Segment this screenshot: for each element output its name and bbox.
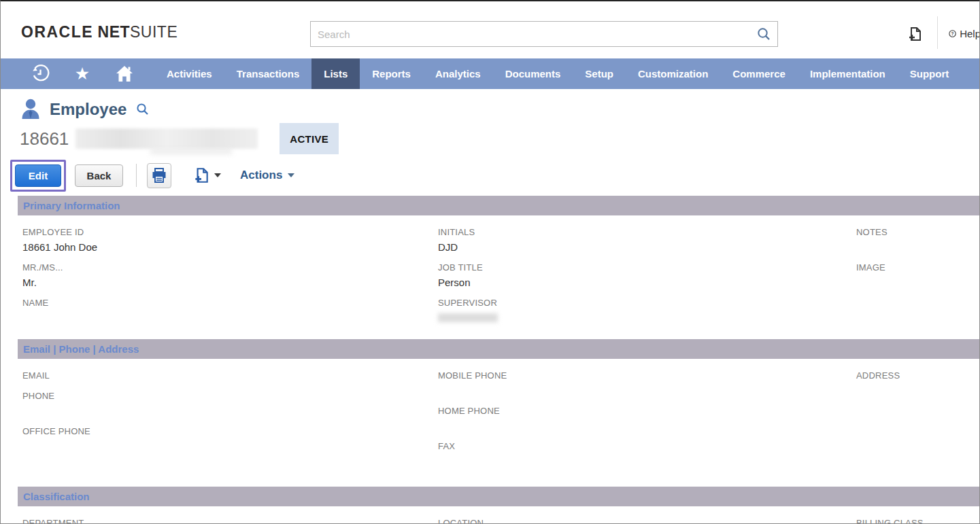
field-label: SUPERVISOR <box>438 298 856 308</box>
nav-item-lists[interactable]: Lists <box>311 58 360 89</box>
nav-item-documents[interactable]: Documents <box>493 58 573 89</box>
field-value: Person <box>438 277 856 289</box>
nav-item-commerce[interactable]: Commerce <box>720 58 798 89</box>
field-label: EMPLOYEE ID <box>22 227 438 237</box>
section-header-classification: Classification <box>18 487 979 506</box>
logo-net-text: NET <box>98 23 131 41</box>
record-id: 18661 <box>20 128 69 150</box>
field-value <box>22 312 438 324</box>
field-value: 18661 John Doe <box>22 241 438 254</box>
printer-icon <box>151 167 167 184</box>
field-label: JOB TITLE <box>438 262 856 273</box>
field-label: EMAIL <box>22 370 438 381</box>
search-icon <box>756 27 771 41</box>
history-clock-icon <box>31 65 50 83</box>
new-record-icon <box>907 26 923 42</box>
nav-item-implementation[interactable]: Implementation <box>798 58 898 89</box>
toolbar-divider <box>136 164 137 187</box>
svg-text:?: ? <box>951 31 954 36</box>
field-value: DJD <box>438 241 856 254</box>
chevron-down-icon <box>288 173 294 177</box>
field-location: LOCATION <box>438 518 856 524</box>
field-value <box>856 277 979 289</box>
nav-item-activities[interactable]: Activities <box>154 58 224 89</box>
status-badge: ACTIVE <box>280 123 339 154</box>
field-name: NAME <box>22 298 438 333</box>
field-initials: INITIALS DJD <box>438 227 856 262</box>
section-header-contact: Email | Phone | Address <box>18 339 979 359</box>
edit-button[interactable]: Edit <box>15 164 61 187</box>
field-notes: NOTES <box>856 227 979 262</box>
nav-item-customization[interactable]: Customization <box>626 58 720 89</box>
field-label: MOBILE PHONE <box>438 370 856 381</box>
create-new-record-button[interactable] <box>907 26 923 45</box>
contact-fields-grid: EMAIL PHONE OFFICE PHONE MOBILE PHONE HO… <box>18 359 979 476</box>
field-billing-class: BILLING CLASS <box>856 518 979 524</box>
star-icon: ★ <box>75 65 90 82</box>
nav-item-support[interactable]: Support <box>898 58 962 89</box>
nav-item-analytics[interactable]: Analytics <box>423 58 493 89</box>
classification-col-1: DEPARTMENT <box>22 518 438 524</box>
field-label: IMAGE <box>856 262 979 273</box>
nav-menu: Activities Transactions Lists Reports An… <box>154 58 961 89</box>
classification-col-3: BILLING CLASS <box>856 518 979 524</box>
nav-icon-group: ★ <box>1 58 134 89</box>
field-home-phone: HOME PHONE <box>438 406 856 441</box>
help-label: Help <box>960 28 980 39</box>
record-search-icon[interactable] <box>136 103 149 116</box>
primary-col-1: EMPLOYEE ID 18661 John Doe MR./MS... Mr.… <box>22 227 438 333</box>
main-navigation: ★ Activities Transactions Lists Reports … <box>1 58 979 89</box>
field-label: ADDRESS <box>856 370 979 381</box>
redaction-smudge <box>150 149 232 154</box>
employee-icon <box>21 99 40 120</box>
actions-menu-button[interactable]: Actions <box>240 169 294 182</box>
contact-col-2: MOBILE PHONE HOME PHONE FAX <box>438 370 856 476</box>
help-link[interactable]: ? Help <box>949 27 980 40</box>
classification-fields-grid: DEPARTMENT LOCATION BILLING CLASS <box>18 506 979 524</box>
logo-suite-text: SUITE <box>130 23 178 41</box>
print-button[interactable] <box>147 163 171 188</box>
global-search <box>310 21 778 47</box>
field-image: IMAGE <box>856 262 979 298</box>
classification-col-2: LOCATION <box>438 518 856 524</box>
field-label: FAX <box>438 441 856 451</box>
home-icon <box>115 65 134 83</box>
shortcuts-button[interactable]: ★ <box>73 65 92 84</box>
field-salutation: MR./MS... Mr. <box>22 262 438 298</box>
field-label: INITIALS <box>438 227 856 237</box>
nav-item-setup[interactable]: Setup <box>573 58 626 89</box>
new-record-dropdown[interactable] <box>192 167 221 184</box>
nav-item-reports[interactable]: Reports <box>360 58 423 89</box>
field-office-phone: OFFICE PHONE <box>22 426 438 461</box>
chevron-down-icon <box>214 173 221 177</box>
help-icon: ? <box>949 27 956 40</box>
back-button[interactable]: Back <box>75 164 123 187</box>
oracle-netsuite-logo: ORACLE NETSUITE <box>21 23 178 41</box>
section-primary-information: Primary Information EMPLOYEE ID 18661 Jo… <box>18 196 979 333</box>
nav-item-transactions[interactable]: Transactions <box>224 58 312 89</box>
home-button[interactable] <box>115 65 134 84</box>
logo-oracle-text: ORACLE <box>21 23 93 41</box>
redacted-employee-name <box>75 128 258 149</box>
app-window: ORACLE NETSUITE ? <box>0 0 980 524</box>
search-submit-button[interactable] <box>750 22 777 46</box>
primary-col-3: NOTES IMAGE <box>856 227 979 333</box>
field-department: DEPARTMENT <box>22 518 438 524</box>
redacted-supervisor-value <box>438 313 498 322</box>
primary-fields-grid: EMPLOYEE ID 18661 John Doe MR./MS... Mr.… <box>18 215 979 333</box>
field-address: ADDRESS <box>856 370 979 406</box>
recent-records-button[interactable] <box>31 65 50 84</box>
top-bar: ORACLE NETSUITE ? <box>1 1 979 58</box>
page-title: Employee <box>50 100 126 119</box>
field-fax: FAX <box>438 441 856 476</box>
field-mobile-phone: MOBILE PHONE <box>438 370 856 406</box>
field-job-title: JOB TITLE Person <box>438 262 856 298</box>
field-supervisor: SUPERVISOR <box>438 298 856 333</box>
section-header-primary: Primary Information <box>18 196 979 215</box>
field-label: NAME <box>22 298 438 308</box>
new-record-icon <box>192 167 210 184</box>
global-search-input[interactable] <box>311 29 750 40</box>
record-body: Primary Information EMPLOYEE ID 18661 Jo… <box>18 196 979 524</box>
actions-label: Actions <box>240 169 282 182</box>
field-email: EMAIL <box>22 370 438 391</box>
